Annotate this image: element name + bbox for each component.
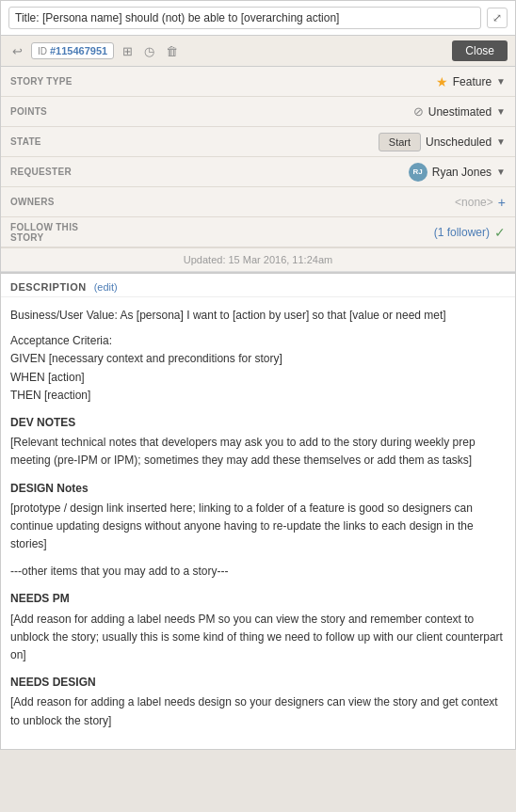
follow-row: FOLLOW THIS STORY (1 follower) ✓: [1, 217, 515, 247]
story-type-value[interactable]: ★ Feature ▼: [123, 74, 515, 89]
points-row: POINTS ⊘ Unestimated ▼: [1, 97, 515, 127]
design-notes-heading: DESIGN Notes: [10, 480, 506, 498]
description-section: DESCRIPTION (edit) Business/User Value: …: [1, 272, 515, 749]
design-notes-text: [prototype / design link inserted here; …: [10, 500, 506, 554]
desc-separator: ---other items that you may add to a sto…: [10, 563, 506, 581]
description-title: DESCRIPTION: [10, 281, 87, 293]
add-owner-icon[interactable]: +: [498, 195, 506, 210]
story-type-dropdown-arrow: ▼: [496, 76, 506, 87]
points-dropdown-arrow: ▼: [496, 106, 506, 117]
history-button[interactable]: ◷: [140, 42, 158, 60]
close-button[interactable]: Close: [452, 40, 508, 61]
story-card: ⤢ ↩ ID #115467951 ⊞ ◷ 🗑 Close STOR: [0, 0, 516, 750]
delete-button[interactable]: 🗑: [162, 42, 182, 60]
needs-pm-text: [Add reason for adding a label needs PM …: [10, 611, 506, 665]
fields-section: STORY TYPE ★ Feature ▼ POINTS ⊘ Unestima…: [1, 67, 515, 272]
history-icon: ◷: [144, 44, 154, 58]
copy-button[interactable]: ⊞: [119, 42, 137, 60]
edit-link[interactable]: (edit): [94, 281, 118, 293]
requester-dropdown-arrow: ▼: [496, 167, 506, 177]
copy-icon: ⊞: [122, 44, 133, 58]
back-icon: ↩: [12, 44, 23, 58]
desc-para-1: Business/User Value: As [persona] I want…: [10, 307, 506, 325]
story-type-text: Feature: [453, 75, 492, 88]
delete-icon: 🗑: [166, 44, 178, 58]
owners-label: OWNERS: [1, 197, 123, 207]
follow-value: (1 follower) ✓: [123, 225, 515, 240]
needs-design-heading: NEEDS DESIGN: [10, 674, 506, 692]
requester-name: Ryan Jones: [432, 166, 492, 179]
id-label: ID: [38, 46, 47, 56]
avatar: RJ: [409, 163, 427, 182]
updated-text: Updated: 15 Mar 2016, 11:24am: [184, 254, 332, 265]
follower-count-link[interactable]: (1 follower): [434, 226, 490, 239]
star-icon: ★: [436, 74, 448, 89]
state-dropdown-arrow: ▼: [496, 136, 506, 147]
needs-design-text: [Add reason for adding a label needs des…: [10, 693, 506, 729]
toolbar-icons: ⊞ ◷ 🗑: [119, 42, 182, 60]
story-type-label: STORY TYPE: [1, 76, 123, 87]
unestimated-icon: ⊘: [413, 104, 424, 119]
owners-none: <none>: [455, 196, 493, 209]
state-label: STATE: [1, 136, 123, 147]
points-value[interactable]: ⊘ Unestimated ▼: [123, 104, 515, 119]
requester-label: REQUESTER: [1, 167, 123, 177]
state-value: Start Unscheduled ▼: [123, 133, 515, 151]
expand-button[interactable]: ⤢: [487, 8, 508, 28]
back-button[interactable]: ↩: [8, 42, 26, 60]
owners-row: OWNERS <none> +: [1, 187, 515, 217]
title-input[interactable]: [8, 7, 481, 29]
requester-value[interactable]: RJ Ryan Jones ▼: [123, 163, 515, 182]
updated-row: Updated: 15 Mar 2016, 11:24am: [1, 247, 515, 271]
state-row: STATE Start Unscheduled ▼: [1, 127, 515, 157]
dev-notes-text: [Relevant technical notes that developer…: [10, 434, 506, 470]
title-bar: ⤢: [1, 1, 515, 36]
expand-icon: ⤢: [492, 11, 502, 24]
story-type-row: STORY TYPE ★ Feature ▼: [1, 67, 515, 97]
follow-checkbox-icon[interactable]: ✓: [494, 225, 506, 240]
dev-notes-heading: DEV NOTES: [10, 414, 506, 432]
toolbar-row: ↩ ID #115467951 ⊞ ◷ 🗑 Close: [1, 36, 515, 67]
follow-label: FOLLOW THIS STORY: [1, 222, 123, 243]
description-header: DESCRIPTION (edit): [1, 274, 515, 297]
needs-pm-heading: NEEDS PM: [10, 590, 506, 608]
id-value: #115467951: [50, 45, 107, 56]
description-body: Business/User Value: As [persona] I want…: [1, 297, 515, 749]
id-badge: ID #115467951: [31, 42, 114, 59]
points-label: POINTS: [1, 106, 123, 117]
start-button[interactable]: Start: [379, 133, 421, 151]
requester-row: REQUESTER RJ Ryan Jones ▼: [1, 157, 515, 187]
state-text: Unscheduled: [426, 135, 492, 149]
desc-para-2: Acceptance Criteria: GIVEN [necessary co…: [10, 332, 506, 405]
owners-value: <none> +: [123, 195, 515, 210]
points-text: Unestimated: [428, 105, 492, 119]
